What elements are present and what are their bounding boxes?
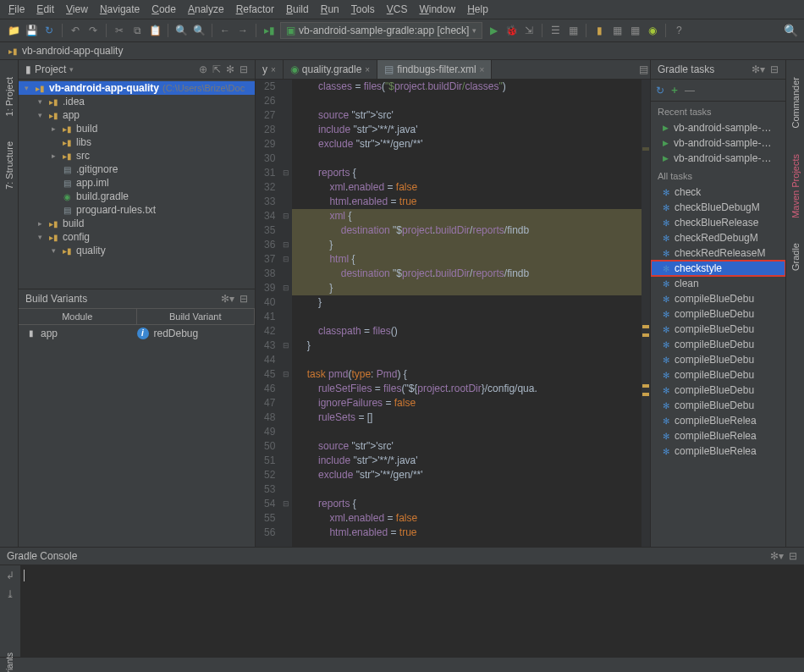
gradle-task[interactable]: ✻checkBlueRelease [651, 215, 785, 230]
menu-window[interactable]: Window [419, 3, 455, 15]
menu-help[interactable]: Help [467, 3, 488, 15]
code-area[interactable]: classes = files("$project.buildDir/class… [292, 80, 642, 547]
tab-maven[interactable]: Maven Projects [790, 154, 801, 218]
tree-item[interactable]: ▾▸▮.idea [19, 95, 255, 108]
avd-icon[interactable]: ☰ [548, 24, 562, 37]
gradle-task[interactable]: ✻checkstyle [651, 261, 785, 276]
menu-file[interactable]: File [8, 3, 25, 15]
project-tree[interactable]: ▾ ▸▮ vb-android-app-quality (C:\Users\Br… [19, 80, 255, 289]
gradle-task[interactable]: ✻compileBlueDebu [651, 337, 785, 352]
gradle-task[interactable]: ✻compileBlueDebu [651, 306, 785, 322]
menu-run[interactable]: Run [321, 3, 339, 15]
variants-row[interactable]: ▮app iredDebug [19, 325, 255, 342]
hide-icon[interactable]: ⊟ [789, 550, 797, 562]
menu-build[interactable]: Build [286, 3, 309, 15]
run-icon[interactable]: ▶ [487, 24, 500, 37]
gradle-task[interactable]: ✻checkRedDebugM [651, 230, 785, 245]
android-robot-icon[interactable]: ◉ [646, 24, 659, 37]
paste-icon[interactable]: 📋 [148, 24, 162, 37]
add-icon[interactable]: ＋ [669, 83, 680, 97]
console-output[interactable] [20, 565, 804, 657]
tab-variants-bottom[interactable]: ariants [5, 653, 14, 673]
gradle-task[interactable]: ✻check [651, 185, 785, 200]
marker-strip[interactable] [642, 80, 650, 547]
hide-icon[interactable]: ⊟ [240, 63, 248, 75]
code-editor[interactable]: 2526272829303132333435363738394041424344… [256, 80, 650, 547]
gradle-task[interactable]: ✻compileBlueDebu [651, 383, 785, 398]
gradle-task[interactable]: ✻checkBlueDebugM [651, 200, 785, 215]
make-icon[interactable]: ▸▮ [262, 24, 276, 37]
menu-analyze[interactable]: Analyze [188, 3, 224, 15]
undo-icon[interactable]: ↶ [69, 24, 82, 37]
gradle-task[interactable]: ✻checkRedReleaseM [651, 245, 785, 261]
gradle-task[interactable]: ✻compileBlueRelea [651, 428, 785, 443]
recent-task[interactable]: vb-android-sample-… [651, 120, 785, 135]
tab-structure[interactable]: 7: Structure [4, 141, 14, 190]
forward-icon[interactable]: → [236, 24, 250, 37]
tree-item[interactable]: ▸▸▮build [19, 217, 255, 230]
gear-icon[interactable]: ✻ [226, 63, 234, 75]
menu-edit[interactable]: Edit [36, 3, 54, 15]
tree-root[interactable]: ▾ ▸▮ vb-android-app-quality (C:\Users\Br… [19, 81, 255, 95]
scroll-from-icon[interactable]: ⊕ [199, 63, 207, 75]
copy-icon[interactable]: ⧉ [130, 24, 144, 37]
open-icon[interactable]: 📁 [7, 24, 20, 37]
editor-tab[interactable]: ▤findbugs-filter.xml× [377, 60, 492, 79]
close-icon[interactable]: × [480, 65, 485, 74]
menu-navigate[interactable]: Navigate [100, 3, 140, 15]
close-icon[interactable]: × [271, 65, 276, 74]
back-icon[interactable]: ← [218, 24, 232, 37]
refresh-icon[interactable]: ↻ [656, 85, 664, 96]
hide-icon[interactable]: ⊟ [770, 63, 779, 75]
tree-item[interactable]: ▾▸▮quality [19, 244, 255, 257]
fold-gutter[interactable]: ⊟⊟⊟⊟⊟⊟⊟⊟ [280, 80, 292, 547]
gradle-task[interactable]: ✻clean [651, 276, 785, 291]
search-icon[interactable]: 🔍 [784, 24, 797, 37]
remove-icon[interactable]: — [685, 85, 695, 96]
redo-icon[interactable]: ↷ [86, 24, 100, 37]
tree-item[interactable]: ▸▸▮src [19, 149, 255, 162]
gear-icon[interactable]: ✻▾ [221, 293, 234, 305]
menu-tools[interactable]: Tools [351, 3, 375, 15]
run-config-selector[interactable]: ▣ vb-android-sample-gradle:app [check] [280, 22, 482, 39]
menu-view[interactable]: View [66, 3, 88, 15]
gear-icon[interactable]: ✻▾ [770, 550, 784, 562]
menu-vcs[interactable]: VCS [387, 3, 408, 15]
find-icon[interactable]: 🔍 [174, 24, 188, 37]
replace-icon[interactable]: 🔍 [192, 24, 206, 37]
menu-code[interactable]: Code [151, 3, 176, 15]
help-icon[interactable]: ? [672, 24, 686, 37]
ddms-icon[interactable]: ▮ [592, 24, 606, 37]
hide-icon[interactable]: ⊟ [240, 293, 248, 305]
attach-icon[interactable]: ⇲ [522, 24, 536, 37]
sync-icon[interactable]: ↻ [42, 24, 56, 37]
gradle-task[interactable]: ✻compileBlueDebu [651, 291, 785, 306]
tree-item[interactable]: ▸▮libs [19, 135, 255, 149]
recent-task[interactable]: vb-android-sample-… [651, 135, 785, 151]
monitor-icon[interactable]: ▦ [610, 24, 624, 37]
collapse-icon[interactable]: ⇱ [212, 63, 221, 75]
cut-icon[interactable]: ✂ [113, 24, 126, 37]
close-icon[interactable]: × [365, 65, 370, 74]
icon[interactable]: ▦ [628, 24, 642, 37]
breadcrumb[interactable]: ▸▮ vb-android-app-quality [7, 45, 123, 57]
gear-icon[interactable]: ✻▾ [752, 63, 765, 75]
gradle-task[interactable]: ✻compileBlueDebu [651, 352, 785, 367]
tree-item[interactable]: ▾▸▮app [19, 108, 255, 122]
tree-item[interactable]: ▸▸▮build [19, 122, 255, 135]
tree-item[interactable]: ◉build.gradle [19, 190, 255, 203]
scroll-end-icon[interactable]: ⤓ [3, 587, 17, 601]
editor-tab[interactable]: y× [256, 60, 284, 79]
save-icon[interactable]: 💾 [25, 24, 38, 37]
tab-gradle[interactable]: Gradle [790, 243, 801, 271]
soft-wrap-icon[interactable]: ↲ [3, 569, 17, 582]
editor-tab[interactable]: ◉quality.gradle× [284, 60, 377, 79]
gradle-task[interactable]: ✻compileBlueDebu [651, 367, 785, 383]
tree-item[interactable]: ▾▸▮config [19, 230, 255, 244]
tree-item[interactable]: ▤proguard-rules.txt [19, 203, 255, 217]
tab-commander[interactable]: Commander [790, 77, 801, 129]
tab-project[interactable]: 1: Project [4, 77, 14, 116]
gradle-task[interactable]: ✻compileBlueDebu [651, 322, 785, 337]
gradle-task[interactable]: ✻compileBlueRelea [651, 413, 785, 428]
gradle-task[interactable]: ✻compileBlueRelea [651, 443, 785, 459]
